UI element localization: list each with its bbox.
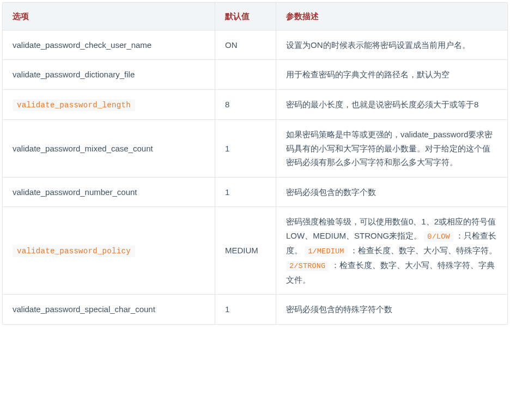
description-cell: 如果密码策略是中等或更强的，validate_password要求密码具有的小写… <box>276 120 508 178</box>
header-description: 参数描述 <box>276 3 508 31</box>
header-option: 选项 <box>3 3 215 31</box>
default-cell: 1 <box>215 295 276 325</box>
option-cell: validate_password_special_char_count <box>3 295 215 325</box>
description-cell: 密码必须包含的数字个数 <box>276 177 508 207</box>
default-cell: MEDIUM <box>215 207 276 295</box>
table-row: validate_password_number_count1密码必须包含的数字… <box>3 177 508 207</box>
header-default: 默认值 <box>215 3 276 31</box>
code-ref: 0/LOW <box>424 232 453 242</box>
table-row: validate_password_special_char_count1密码必… <box>3 295 508 325</box>
description-cell: 用于检查密码的字典文件的路径名，默认为空 <box>276 60 508 90</box>
description-cell: 设置为ON的时候表示能将密码设置成当前用户名。 <box>276 30 508 60</box>
option-cell: validate_password_number_count <box>3 177 215 207</box>
description-text: 用于检查密码的字典文件的路径名，默认为空 <box>286 70 450 79</box>
code-ref: 1/MEDIUM <box>305 246 347 257</box>
table-row: validate_password_check_user_nameON设置为ON… <box>3 30 508 60</box>
code-ref: 2/STRONG <box>286 261 329 271</box>
description-text: ：检查长度、数字、大小写、特殊字符。 <box>348 246 497 255</box>
description-text: 设置为ON的时候表示能将密码设置成当前用户名。 <box>286 40 470 50</box>
table-row: validate_password_length8密码的最小长度，也就是说密码长… <box>3 89 508 120</box>
default-cell: 8 <box>215 89 276 120</box>
option-cell: validate_password_policy <box>3 207 215 295</box>
table-row: validate_password_policyMEDIUM密码强度检验等级，可… <box>3 207 508 295</box>
option-code: validate_password_length <box>13 99 135 111</box>
option-cell: validate_password_check_user_name <box>3 30 215 60</box>
description-text: 密码的最小长度，也就是说密码长度必须大于或等于8 <box>286 100 478 109</box>
description-text: 密码必须包含的特殊字符个数 <box>286 305 392 314</box>
description-text: 密码必须包含的数字个数 <box>286 187 376 197</box>
parameters-table: 选项 默认值 参数描述 validate_password_check_user… <box>2 2 508 325</box>
table-row: validate_password_dictionary_file用于检查密码的… <box>3 60 508 90</box>
description-cell: 密码强度检验等级，可以使用数值0、1、2或相应的符号值LOW、MEDIUM、ST… <box>276 207 508 295</box>
description-cell: 密码的最小长度，也就是说密码长度必须大于或等于8 <box>276 89 508 120</box>
default-cell: ON <box>215 30 276 60</box>
description-cell: 密码必须包含的特殊字符个数 <box>276 295 508 325</box>
option-cell: validate_password_mixed_case_count <box>3 120 215 178</box>
description-text: 如果密码策略是中等或更强的，validate_password要求密码具有的小写… <box>286 130 493 167</box>
default-cell: 1 <box>215 177 276 207</box>
option-cell: validate_password_length <box>3 89 215 120</box>
option-cell: validate_password_dictionary_file <box>3 60 215 90</box>
table-row: validate_password_mixed_case_count1如果密码策… <box>3 120 508 178</box>
option-code: validate_password_policy <box>13 245 135 257</box>
default-cell: 1 <box>215 120 276 178</box>
default-cell <box>215 60 276 90</box>
